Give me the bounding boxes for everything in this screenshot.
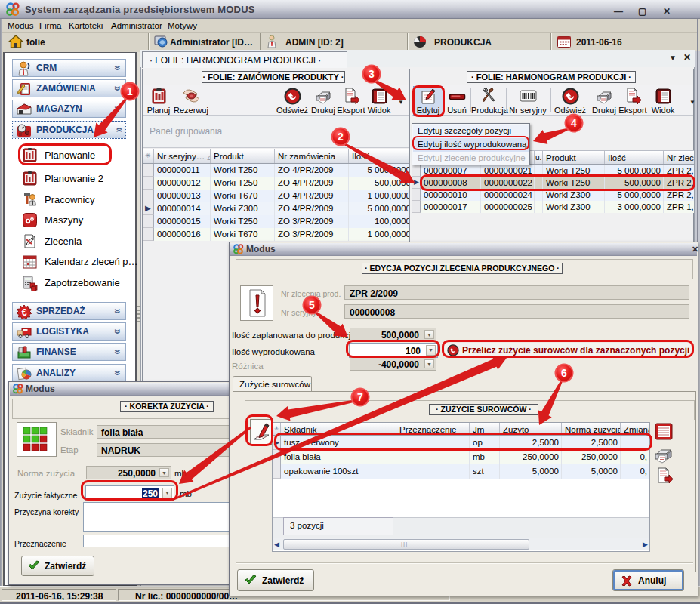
svg-text:1: 1 (127, 85, 133, 97)
svg-text:7: 7 (357, 391, 363, 403)
svg-text:5: 5 (309, 299, 315, 311)
svg-text:2: 2 (338, 131, 344, 143)
svg-text:4: 4 (571, 117, 577, 129)
svg-text:3: 3 (369, 68, 375, 80)
svg-text:6: 6 (561, 367, 567, 379)
